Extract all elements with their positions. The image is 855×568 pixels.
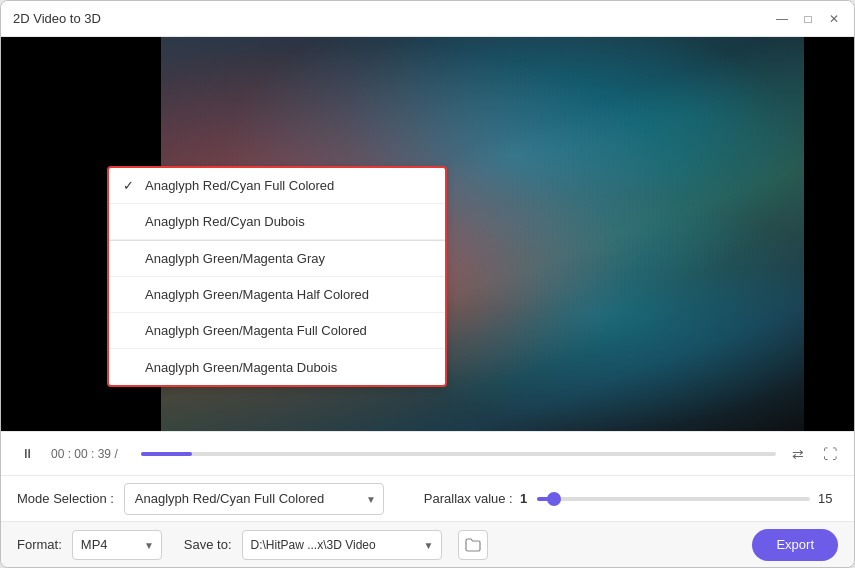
fullscreen-icon[interactable]: ⛶ xyxy=(818,442,842,466)
dropdown-item-4[interactable]: Anaglyph Green/Magenta Full Colored xyxy=(109,313,445,349)
maximize-button[interactable]: □ xyxy=(800,11,816,27)
dropdown-item-0[interactable]: ✓ Anaglyph Red/Cyan Full Colored xyxy=(109,168,445,204)
mode-select-wrapper: Anaglyph Red/Cyan Full Colored Anaglyph … xyxy=(124,483,384,515)
parallax-label: Parallax value : 1 xyxy=(424,491,527,506)
mode-select[interactable]: Anaglyph Red/Cyan Full Colored Anaglyph … xyxy=(124,483,384,515)
minimize-button[interactable]: — xyxy=(774,11,790,27)
dropdown-item-3[interactable]: Anaglyph Green/Magenta Half Colored xyxy=(109,277,445,313)
saveto-input-wrapper: D:\HitPaw ...x\3D Video ▼ xyxy=(242,530,442,560)
titlebar: 2D Video to 3D — □ ✕ xyxy=(1,1,854,37)
close-button[interactable]: ✕ xyxy=(826,11,842,27)
main-window: 2D Video to 3D — □ ✕ ✓ Anaglyph Red/Cyan… xyxy=(0,0,855,568)
controls-bar: ⏸ 00 : 00 : 39 / ⇄ ⛶ xyxy=(1,431,854,475)
parallax-slider[interactable] xyxy=(537,497,810,501)
pause-button[interactable]: ⏸ xyxy=(13,440,41,468)
parallax-thumb xyxy=(547,492,561,506)
folder-browse-button[interactable] xyxy=(458,530,488,560)
format-select-wrapper: MP4 AVI MOV MKV ▼ xyxy=(72,530,162,560)
dropdown-item-2[interactable]: Anaglyph Green/Magenta Gray xyxy=(109,241,445,277)
export-button[interactable]: Export xyxy=(752,529,838,561)
saveto-label: Save to: xyxy=(184,537,232,552)
controls-right: ⇄ ⛶ xyxy=(786,442,842,466)
mode-bar: Mode Selection : Anaglyph Red/Cyan Full … xyxy=(1,475,854,521)
parallax-slider-wrapper: 15 xyxy=(537,491,838,506)
dropdown-item-5[interactable]: Anaglyph Green/Magenta Dubois xyxy=(109,349,445,385)
mode-dropdown-popup[interactable]: ✓ Anaglyph Red/Cyan Full Colored Anaglyp… xyxy=(107,166,447,387)
parallax-max: 15 xyxy=(818,491,838,506)
swap-icon[interactable]: ⇄ xyxy=(786,442,810,466)
format-label: Format: xyxy=(17,537,62,552)
check-icon: ✓ xyxy=(123,178,141,193)
saveto-select[interactable]: D:\HitPaw ...x\3D Video xyxy=(242,530,442,560)
mode-selection-label: Mode Selection : xyxy=(17,491,114,506)
video-preview: ✓ Anaglyph Red/Cyan Full Colored Anaglyp… xyxy=(1,37,854,431)
folder-icon xyxy=(465,538,481,552)
window-controls: — □ ✕ xyxy=(774,11,842,27)
parallax-section: Parallax value : 1 15 xyxy=(424,491,838,506)
format-select[interactable]: MP4 AVI MOV MKV xyxy=(72,530,162,560)
dropdown-item-1[interactable]: Anaglyph Red/Cyan Dubois xyxy=(109,204,445,240)
seek-progress xyxy=(141,452,192,456)
window-title: 2D Video to 3D xyxy=(13,11,774,26)
bottom-bar: Format: MP4 AVI MOV MKV ▼ Save to: D:\Hi… xyxy=(1,521,854,567)
seek-bar[interactable] xyxy=(141,452,776,456)
time-display: 00 : 00 : 39 / xyxy=(51,447,131,461)
